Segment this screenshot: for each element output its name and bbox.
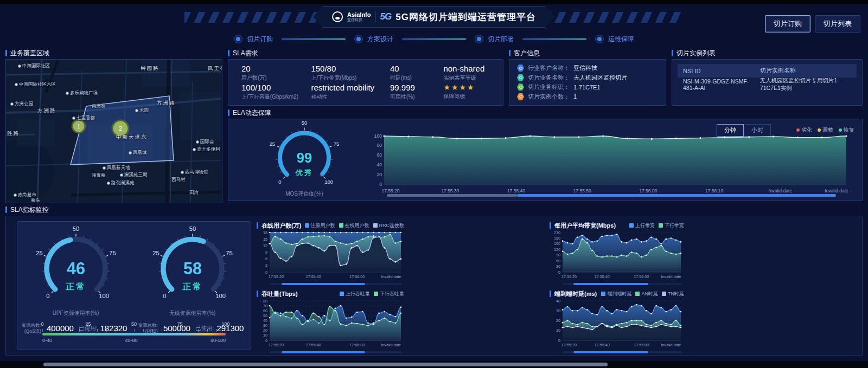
legend-item[interactable]: TN时延 xyxy=(662,290,684,298)
svg-text:50: 50 xyxy=(72,225,79,232)
svg-text:Invalid date: Invalid date xyxy=(661,274,681,279)
svg-text:40: 40 xyxy=(377,162,382,167)
customer-info-list: 行业客户名称：亚信科技切片业务名称：无人机园区监控切片切片业务标识：1-71C7… xyxy=(509,59,666,106)
customer-info-section: 客户信息 行业客户名称：亚信科技切片业务名称：无人机园区监控切片切片业务标识：1… xyxy=(509,48,666,106)
svg-text:1: 1 xyxy=(77,124,80,130)
title-accent-bar xyxy=(550,222,551,229)
instance-row[interactable]: NSI-M-309-GDGZ-NSMF-481-A-AI无人机园区监控切片专用切… xyxy=(678,78,857,92)
legend-item[interactable]: 上行带宽 xyxy=(629,222,655,229)
step-label: 切片部署 xyxy=(488,35,514,44)
coverage-map[interactable]: 1 2 中海国际社区钟园路中海国际社区六区多乐购物广场方洲公园方洲路方洲路南洲桥… xyxy=(5,59,222,203)
svg-text:40: 40 xyxy=(263,318,267,323)
map-label: 凤凰城 xyxy=(133,150,147,156)
map-poi-icon xyxy=(181,171,184,174)
page-scrollbar-thumb[interactable] xyxy=(43,363,608,366)
sla-item: non-shared实例共享等级 xyxy=(443,64,490,83)
title-accent-bar xyxy=(550,290,551,297)
svg-text:17:55:20: 17:55:20 xyxy=(269,274,284,279)
ela-title: ELA动态保障 xyxy=(233,108,271,118)
page-horizontal-scrollbar[interactable] xyxy=(0,361,868,368)
instance-table: NSI ID切片实例名称 NSI-M-309-GDGZ-NSMF-481-A-A… xyxy=(672,59,863,106)
usage-scale-legend: 0255075100 0-4040-8080-100 xyxy=(42,321,226,343)
chart-scrollbar-thumb[interactable] xyxy=(282,283,365,285)
title-accent-bar xyxy=(257,290,258,297)
chart-legend: 上行带宽下行带宽 xyxy=(629,222,684,229)
chart-scrollbar-thumb[interactable] xyxy=(573,283,649,285)
chart-scrollbar[interactable] xyxy=(563,283,682,285)
svg-text:90: 90 xyxy=(556,253,560,257)
svg-text:正常: 正常 xyxy=(65,282,86,291)
sla-item: restricted mobility移动性 xyxy=(311,83,390,102)
legend-item[interactable]: 下行吞吐量 xyxy=(374,290,404,298)
scrollbar-thumb[interactable] xyxy=(517,194,836,197)
chart-column-right: 每用户平均带宽(Mbps)上行带宽下行带宽0306090120150180210… xyxy=(550,221,684,350)
svg-text:17:55:40: 17:55:40 xyxy=(595,274,610,279)
svg-text:17:55:50: 17:55:50 xyxy=(573,188,591,193)
svg-text:0: 0 xyxy=(265,338,267,343)
header-title-plate: AsiaInfo 亚信科技 5G 5G网络切片端到端运营管理平台 xyxy=(313,6,555,28)
svg-text:Invalid date: Invalid date xyxy=(381,343,401,347)
svg-text:0: 0 xyxy=(163,293,166,299)
svg-text:Invalid date: Invalid date xyxy=(661,343,681,347)
map-label: 田湾 xyxy=(189,190,199,196)
map-poi-icon xyxy=(15,83,18,86)
svg-text:58: 58 xyxy=(183,259,201,277)
ela-section: ELA动态保障 025507510099优秀 MOS评估值(分) 分钟小时 劣化… xyxy=(228,107,863,201)
scale-ranges: 0-4040-8080-100 xyxy=(42,338,226,343)
map-label: 禾园 xyxy=(139,107,149,114)
map-label: 国际会 xyxy=(200,139,214,145)
svg-text:12: 12 xyxy=(263,243,267,248)
svg-text:100: 100 xyxy=(324,179,333,185)
mos-gauge-sublabel: MOS评估值(分) xyxy=(242,190,367,198)
top-button-2[interactable]: 切片列表 xyxy=(815,15,860,33)
map-label: 七里香都 xyxy=(76,115,95,121)
legend-item[interactable]: 注册用户数 xyxy=(305,222,335,229)
sla-requirements-grid: 20用户数(万)150/80上/下行带宽(Mbps)40时延(ms)non-sh… xyxy=(228,59,503,106)
count-icon xyxy=(517,93,524,100)
svg-text:Invalid date: Invalid date xyxy=(825,188,848,193)
svg-text:20: 20 xyxy=(556,318,560,323)
user-icon xyxy=(517,64,524,72)
svg-text:25: 25 xyxy=(270,141,275,147)
title-accent-bar xyxy=(257,222,258,229)
legend-item[interactable]: 端到端时延 xyxy=(601,290,631,298)
legend-item[interactable]: 恢复 xyxy=(839,126,854,134)
chart-scrollbar[interactable] xyxy=(270,283,402,285)
chart-scrollbar-thumb[interactable] xyxy=(573,351,649,353)
stepper-step-3[interactable]: 切片部署 xyxy=(475,35,514,44)
chart-scrollbar[interactable] xyxy=(270,351,402,353)
svg-text:0: 0 xyxy=(265,270,267,275)
ela-chart-scrollbar[interactable] xyxy=(387,194,836,197)
legend-item[interactable]: 调整 xyxy=(818,126,833,134)
top-button-1[interactable]: 切片订购 xyxy=(765,15,810,33)
customer-item: 切片实例个数：1 xyxy=(517,93,658,101)
ela-panel: 025507510099优秀 MOS评估值(分) 分钟小时 劣化调整恢复 020… xyxy=(228,119,863,201)
map-label: 钟园路 xyxy=(141,65,159,72)
chart-scrollbar-thumb[interactable] xyxy=(282,351,365,353)
svg-text:6: 6 xyxy=(265,256,267,261)
legend-item[interactable]: 上行吞吐量 xyxy=(340,290,370,298)
legend-item[interactable]: 劣化 xyxy=(796,126,812,134)
map-label: 中海国际社区 xyxy=(22,63,50,69)
sla-item: 99.999可用性(%) xyxy=(390,83,443,102)
title-accent-bar xyxy=(5,50,7,56)
legend-item[interactable]: 在线用户数 xyxy=(339,222,369,229)
brand-name-cn: 亚信科技 xyxy=(347,18,371,22)
step-label: 切片订购 xyxy=(247,35,273,44)
step-label: 运维保障 xyxy=(608,35,634,44)
stepper-step-1[interactable]: 切片订购 xyxy=(234,35,273,44)
map-poi-icon xyxy=(107,182,110,185)
svg-text:17:56:00: 17:56:00 xyxy=(639,188,657,193)
legend-item[interactable]: 下行带宽 xyxy=(659,222,684,229)
chart-title: 端到端时延(ms) xyxy=(554,290,597,298)
stepper-step-2[interactable]: 方案设计 xyxy=(354,35,393,44)
stepper-step-4[interactable]: 运维保障 xyxy=(595,35,634,44)
chart-scrollbar[interactable] xyxy=(563,351,682,353)
legend-item[interactable]: RRC连接数 xyxy=(373,222,405,229)
legend-item[interactable]: AN时延 xyxy=(635,290,658,298)
svg-text:17:56:00: 17:56:00 xyxy=(349,274,365,279)
chart-title: 在线用户数(万) xyxy=(261,222,301,230)
upf-usage-gauge: 025507510046正常UPF资源使用率(%) xyxy=(27,223,125,317)
svg-text:60: 60 xyxy=(377,152,382,158)
title-accent-bar xyxy=(672,50,673,56)
